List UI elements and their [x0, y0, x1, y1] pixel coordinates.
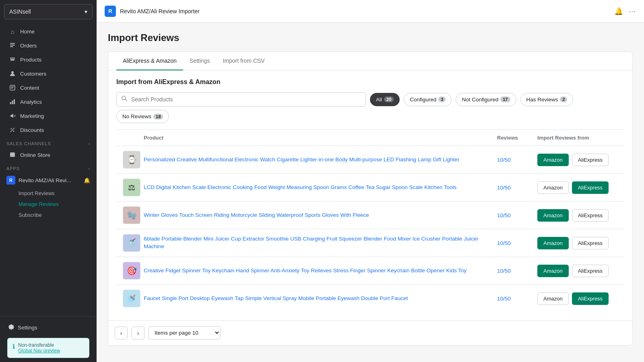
apps-chevron-icon: ›	[88, 166, 90, 171]
tab-aliexpress-amazon[interactable]: AliExpress & Amazon	[116, 52, 183, 70]
discounts-icon	[9, 126, 16, 134]
sidebar-item-products[interactable]: Products	[2, 53, 94, 66]
sidebar-item-products-label: Products	[20, 57, 41, 63]
table-row: ⚖ LCD Digital Kitchen Scale Electronic C…	[116, 174, 624, 202]
tab-settings[interactable]: Settings	[183, 52, 217, 70]
settings-nav-item[interactable]: Settings	[4, 321, 93, 335]
apps-label: Apps ›	[0, 162, 97, 173]
settings-icon	[8, 324, 14, 331]
page-content: Import Reviews AliExpress & Amazon Setti…	[97, 23, 644, 362]
filter-all-button[interactable]: All 20	[370, 93, 400, 106]
search-icon	[121, 95, 128, 103]
filter-not-configured-button[interactable]: Not Configured 17	[456, 93, 516, 106]
svg-line-14	[125, 99, 127, 101]
product-name-link[interactable]: LCD Digital Kitchen Scale Electronic Coo…	[139, 184, 497, 191]
amazon-import-button[interactable]: Amazon	[537, 292, 569, 305]
sidebar-item-home-label: Home	[20, 29, 35, 35]
store-dropdown-icon: ▾	[85, 8, 87, 15]
table-body: ⌚ Personalized Creative Multifunctional …	[116, 146, 624, 312]
reviews-count-link[interactable]: 10/50	[497, 212, 511, 218]
amazon-import-button[interactable]: Amazon	[537, 209, 569, 222]
app-title-label: Revito AMZ/Ali Review Importer	[120, 8, 200, 14]
more-options-icon[interactable]: ⋯	[629, 7, 636, 16]
aliexpress-import-button[interactable]: AliExpress	[572, 265, 609, 277]
sidebar-sub-subscribe[interactable]: Subscribe	[0, 210, 97, 220]
reviews-count-link[interactable]: 10/50	[497, 240, 511, 246]
filter-no-reviews-button[interactable]: No Reviews 18	[116, 110, 169, 123]
amazon-import-button[interactable]: Amazon	[537, 265, 569, 277]
global-nav-link[interactable]: Global Nav preview	[18, 348, 60, 354]
sidebar-item-home[interactable]: ⌂ Home	[2, 25, 94, 38]
amazon-import-button[interactable]: Amazon	[537, 181, 569, 194]
sidebar-item-analytics[interactable]: Analytics	[2, 95, 94, 109]
store-selector[interactable]: ASINsell ▾	[4, 4, 93, 19]
sidebar-app-revito[interactable]: R Revito AMZ/Ali Revi... 🔔	[0, 173, 97, 188]
bell-notification-icon: 🔔	[84, 177, 90, 183]
svg-rect-0	[10, 43, 15, 44]
product-name-link[interactable]: Personalized Creative Multifunctional El…	[139, 156, 497, 164]
filter-row-1: All 20 Configured 3 Not Configured 17 Ha…	[116, 92, 624, 107]
filter-configured-button[interactable]: Configured 3	[404, 93, 452, 106]
sidebar-item-customers[interactable]: Customers	[2, 67, 94, 80]
product-name-link[interactable]: Creative Fidget Spinner Toy Keychain Han…	[139, 267, 497, 275]
search-input[interactable]	[116, 92, 366, 107]
reviews-count-link[interactable]: 10/50	[497, 185, 511, 191]
reviews-count-link[interactable]: 10/50	[497, 157, 511, 163]
sidebar-bottom: Settings ℹ Non-transferable Global Nav p…	[0, 316, 97, 362]
aliexpress-import-button[interactable]: AliExpress	[572, 209, 609, 222]
sidebar: ASINsell ▾ ⌂ Home Orders Products Custom…	[0, 0, 97, 362]
sidebar-item-marketing[interactable]: Marketing	[2, 109, 94, 123]
product-thumbnail: 🧤	[123, 206, 140, 224]
sidebar-sub-manage-reviews[interactable]: Manage Reviews	[0, 199, 97, 210]
sidebar-item-discounts[interactable]: Discounts	[2, 123, 94, 137]
orders-icon	[9, 42, 16, 49]
sidebar-sub-import-reviews[interactable]: Import Reviews	[0, 188, 97, 199]
aliexpress-import-button[interactable]: AliExpress	[572, 181, 609, 194]
aliexpress-import-button[interactable]: AliExpress	[572, 292, 609, 305]
svg-point-10	[11, 128, 12, 130]
products-icon	[9, 56, 16, 63]
items-per-page-select[interactable]: Items per page 10 Items per page 25 Item…	[149, 326, 221, 339]
prev-page-button[interactable]: ‹	[115, 327, 128, 339]
reviews-count-link[interactable]: 10/50	[497, 296, 511, 302]
sidebar-item-content-label: Content	[20, 85, 39, 91]
notification-bell-icon[interactable]: 🔔	[614, 7, 623, 16]
reviews-count-link[interactable]: 10/50	[497, 268, 511, 274]
sidebar-item-content[interactable]: Content	[2, 81, 94, 95]
search-wrap	[116, 92, 366, 107]
amazon-import-button[interactable]: Amazon	[537, 154, 569, 166]
non-transferable-banner: ℹ Non-transferable Global Nav preview	[7, 338, 89, 358]
product-thumbnail: 🚿	[123, 290, 140, 307]
sidebar-item-online-store[interactable]: Online Store	[2, 148, 94, 162]
svg-rect-8	[12, 101, 13, 104]
info-icon: ℹ	[12, 343, 15, 350]
tab-import-from-csv[interactable]: Import from CSV	[216, 52, 271, 70]
aliexpress-import-button[interactable]: AliExpress	[572, 237, 609, 249]
table-row: 🚿 Faucet Single Port Desktop Eyewash Tap…	[116, 285, 624, 312]
sidebar-item-analytics-label: Analytics	[20, 99, 42, 105]
sidebar-item-customers-label: Customers	[20, 71, 46, 77]
next-page-button[interactable]: ›	[132, 327, 144, 339]
svg-rect-9	[14, 99, 15, 104]
sidebar-item-orders[interactable]: Orders	[2, 39, 94, 52]
sidebar-item-marketing-label: Marketing	[20, 113, 44, 119]
table-row: 🥤 6blade Portable Blender Mini Juicer Cu…	[116, 229, 624, 257]
table-header: Product Reviews Import Reviews from	[116, 130, 624, 146]
chevron-right-icon: ›	[88, 141, 90, 146]
svg-rect-7	[10, 102, 11, 104]
amazon-import-button[interactable]: Amazon	[537, 237, 569, 249]
table-row: ⌚ Personalized Creative Multifunctional …	[116, 146, 624, 174]
product-thumbnail: 🎯	[123, 262, 140, 280]
product-name-link[interactable]: Winter Gloves Touch Screen Riding Motorc…	[139, 212, 497, 219]
product-name-link[interactable]: Faucet Single Port Desktop Eyewash Tap S…	[139, 295, 497, 302]
filter-has-reviews-button[interactable]: Has Reviews 2	[520, 93, 574, 106]
pagination-row: ‹ › Items per page 10 Items per page 25 …	[108, 320, 632, 345]
svg-rect-1	[10, 45, 15, 45]
aliexpress-import-button[interactable]: AliExpress	[572, 154, 609, 166]
col-import-from: Import Reviews from	[537, 135, 618, 141]
table-row: 🧤 Winter Gloves Touch Screen Riding Moto…	[116, 202, 624, 229]
tab-bar: AliExpress & Amazon Settings Import from…	[108, 52, 632, 70]
topbar: R Revito AMZ/Ali Review Importer 🔔 ⋯	[97, 0, 644, 23]
product-name-link[interactable]: 6blade Portable Blender Mini Juicer Cup …	[139, 235, 497, 251]
content-icon	[9, 84, 16, 91]
